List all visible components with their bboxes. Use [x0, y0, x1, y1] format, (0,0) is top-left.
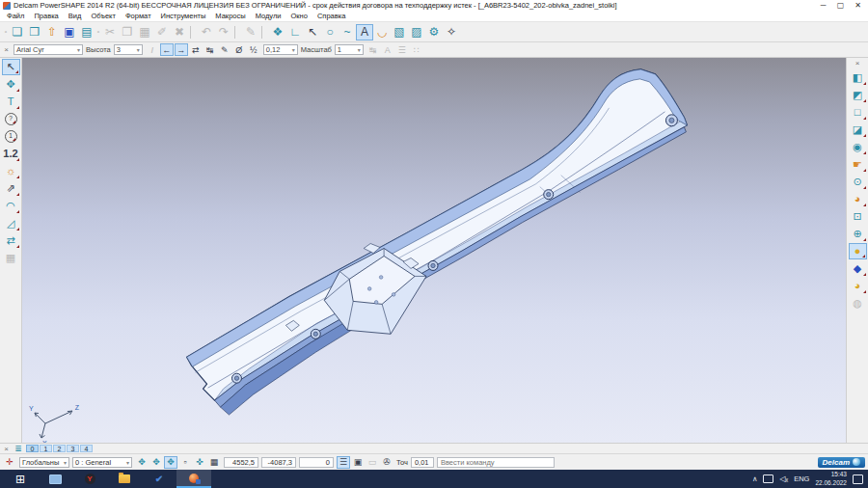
volume-muted-icon[interactable]: ◁ₓ — [779, 474, 788, 483]
extrude-tool-icon[interactable]: ◡ — [373, 24, 391, 41]
workplane-icon[interactable]: ✥ — [135, 456, 149, 469]
hidden-icons-chevron[interactable]: ∧ — [752, 474, 758, 483]
italic-icon[interactable]: I — [146, 43, 159, 56]
network-icon[interactable] — [763, 474, 773, 483]
workplane-select[interactable]: Глобальны ▾ — [19, 457, 69, 468]
clock[interactable]: 15:43 22.06.2022 — [815, 471, 847, 486]
tool-icon[interactable]: ✇ — [380, 456, 393, 469]
picture-icon[interactable]: ▦ — [2, 250, 20, 266]
text-right-arrow-icon[interactable]: → — [175, 43, 188, 56]
menu-item[interactable]: Вид — [64, 12, 87, 20]
trim-panel-model[interactable] — [187, 69, 688, 415]
clipboard-icon[interactable]: ▣ — [351, 456, 365, 469]
assembly-gears-icon[interactable]: ⚙ — [425, 24, 443, 41]
menu-item[interactable]: Модули — [251, 12, 286, 20]
diameter-symbol-icon[interactable]: Ø — [232, 43, 246, 56]
iso-view-3-icon[interactable]: □ — [849, 104, 867, 121]
menu-item[interactable]: Справка — [312, 12, 350, 20]
notification-icon[interactable] — [853, 474, 863, 484]
zoom-box-icon[interactable]: ⊡ — [849, 208, 867, 225]
menu-item[interactable]: Формат — [121, 12, 156, 20]
scale-select[interactable]: 1 ▾ — [335, 44, 364, 55]
select-hand-icon[interactable]: ☛ — [849, 156, 867, 173]
height-select[interactable]: 3 ▾ — [114, 44, 143, 55]
new-file-icon[interactable]: ❏ — [9, 24, 26, 41]
wizard-wand-icon[interactable]: ✧ — [443, 24, 460, 41]
workplane-active-icon[interactable]: ✥ — [164, 456, 177, 469]
linear-dimension-icon[interactable]: 1.2 — [2, 146, 20, 162]
paste-icon[interactable]: ▦ — [136, 24, 153, 41]
print-icon[interactable]: ▤ — [78, 24, 95, 41]
zoom-dynamic-icon[interactable]: ⊙ — [849, 174, 867, 190]
pitch-select[interactable]: 0,12 ▾ — [263, 44, 298, 55]
erase-icon[interactable]: ✐ — [153, 24, 171, 41]
shaded-shadow-view-icon[interactable]: ◕ — [849, 278, 867, 294]
bulb-dimension-icon[interactable]: ☼ — [2, 163, 20, 179]
text-tool-icon[interactable]: A — [356, 24, 373, 41]
taskbar-file-explorer[interactable] — [107, 470, 142, 488]
level-tab-4[interactable]: 4 — [80, 445, 93, 452]
delete-icon[interactable]: ✖ — [171, 24, 188, 41]
redo-icon[interactable]: ↷ — [215, 24, 232, 41]
zoom-full-icon[interactable]: 1 — [5, 130, 17, 143]
taskbar-vector-app[interactable]: ✔ — [142, 470, 176, 488]
menu-item[interactable]: Инструменты — [156, 12, 211, 20]
level-tab-3[interactable]: 3 — [67, 445, 79, 452]
solid-block-icon[interactable]: ▨ — [408, 24, 425, 41]
select-cursor-icon[interactable]: ↖ — [2, 59, 20, 75]
close-button[interactable]: ✕ — [851, 0, 865, 11]
text-left-arrow-icon[interactable]: ← — [160, 43, 174, 56]
calculator-icon[interactable]: ▭ — [366, 456, 379, 469]
dynamic-section-icon[interactable]: ✥ — [2, 76, 20, 93]
zoom-query-icon[interactable]: ? — [5, 113, 17, 125]
close-levels-icon[interactable]: × — [2, 445, 11, 453]
text-cursor-icon[interactable]: T — [2, 94, 20, 110]
raytrace-view-icon[interactable]: ◍ — [849, 295, 867, 312]
kerning-icon[interactable]: ↹ — [366, 43, 380, 56]
edit-pen-icon[interactable]: ✎ — [242, 24, 259, 41]
view-along-axis-icon[interactable]: ◪ — [849, 122, 867, 138]
char-style-icon[interactable]: A — [381, 43, 394, 56]
parallel-dimension-icon[interactable]: ⇄ — [2, 232, 20, 249]
multicolor-render-icon[interactable]: ◕ — [849, 191, 867, 207]
item-list-icon[interactable]: ☰ — [337, 456, 350, 469]
taskbar-this-pc[interactable] — [38, 470, 72, 488]
undo-icon[interactable]: ↶ — [198, 24, 215, 41]
workplane-new-icon[interactable]: ✥ — [149, 456, 163, 469]
menu-item[interactable]: Объект — [86, 12, 121, 20]
text-pen-icon[interactable]: ✎ — [218, 43, 231, 56]
close-text-toolbar-icon[interactable]: × — [2, 45, 11, 54]
surface-tool-icon[interactable]: ❖ — [269, 24, 286, 41]
taskbar-yandex-browser[interactable]: Y — [72, 470, 107, 488]
view-direction-icon[interactable]: ◉ — [849, 139, 867, 155]
maximize-button[interactable]: ▢ — [833, 0, 848, 11]
snap-icon[interactable]: ✜ — [193, 456, 206, 469]
save-icon[interactable]: ▣ — [61, 24, 78, 41]
workplane-axis-icon[interactable]: ✛ — [3, 456, 16, 469]
menu-item[interactable]: Окно — [286, 12, 312, 20]
angle-dimension-icon[interactable]: ◿ — [2, 215, 20, 231]
radius-dimension-icon[interactable]: ◠ — [2, 198, 20, 214]
menu-item[interactable]: Макросы — [210, 12, 250, 20]
solid-box-icon[interactable]: ▧ — [391, 24, 408, 41]
circle-tool-icon[interactable]: ○ — [321, 24, 339, 41]
copy-icon[interactable]: ❐ — [119, 24, 136, 41]
font-select[interactable]: Arial Cyr ▾ — [14, 44, 83, 55]
model-canvas[interactable]: Y Z X — [22, 58, 846, 443]
language-indicator[interactable]: ENG — [794, 474, 809, 483]
curve-tool-icon[interactable]: ~ — [339, 24, 356, 41]
menu-item[interactable]: Файл — [2, 12, 29, 20]
menu-item[interactable]: Правка — [29, 12, 63, 20]
tolerance-value[interactable]: 0,01 — [411, 457, 434, 468]
level-select[interactable]: 0 : General ▾ — [72, 457, 132, 468]
slant-dimension-icon[interactable]: ⇗ — [2, 180, 20, 197]
start-button[interactable]: ⊞ — [3, 470, 38, 488]
close-toolbar-icon[interactable]: × — [849, 59, 867, 68]
dynamic-section-view-icon[interactable]: ◆ — [849, 260, 867, 277]
arrow-tool-icon[interactable]: ↖ — [304, 24, 321, 41]
wireframe-view-icon[interactable]: ⊕ — [849, 226, 867, 242]
cut-icon[interactable]: ✂ — [101, 24, 119, 41]
align-icon[interactable]: ☰ — [395, 43, 409, 56]
spacing-icon[interactable]: ∷ — [410, 43, 423, 56]
import-icon[interactable]: ⇧ — [43, 24, 61, 41]
